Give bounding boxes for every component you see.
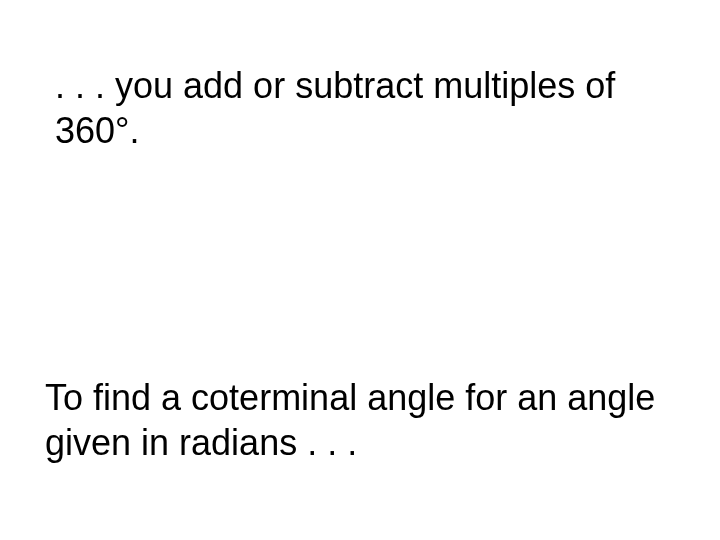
paragraph-coterminal-radians-intro: To find a coterminal angle for an angle … — [45, 375, 675, 465]
paragraph-coterminal-degrees: . . . you add or subtract multiples of 3… — [55, 63, 665, 153]
slide-container: . . . you add or subtract multiples of 3… — [0, 0, 720, 540]
